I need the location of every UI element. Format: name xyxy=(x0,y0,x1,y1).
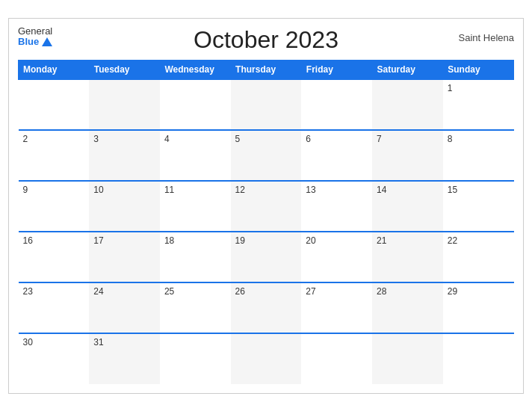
calendar-week-row: 16171819202122 xyxy=(19,232,514,282)
calendar-day-cell: 26 xyxy=(231,282,302,333)
header-thursday: Thursday xyxy=(231,60,302,79)
calendar-day-cell xyxy=(372,333,443,384)
day-number: 16 xyxy=(23,235,33,246)
calendar-week-row: 1 xyxy=(19,79,514,130)
calendar-day-cell: 19 xyxy=(231,232,302,282)
calendar-day-cell xyxy=(301,79,372,130)
day-number: 30 xyxy=(23,337,33,347)
calendar-day-cell: 24 xyxy=(89,282,160,333)
header-monday: Monday xyxy=(19,60,90,79)
day-number: 1 xyxy=(448,83,453,93)
calendar-day-cell xyxy=(231,79,302,130)
day-number: 15 xyxy=(448,185,457,195)
day-number: 18 xyxy=(164,235,174,246)
calendar-day-cell: 22 xyxy=(443,232,514,282)
calendar-week-row: 2345678 xyxy=(19,130,514,181)
calendar-day-cell: 27 xyxy=(301,282,372,333)
day-number: 4 xyxy=(164,134,170,144)
calendar-day-cell xyxy=(301,333,372,384)
day-number: 11 xyxy=(164,185,174,195)
calendar-thead: Monday Tuesday Wednesday Thursday Friday… xyxy=(19,60,514,79)
calendar-header: General Blue October 2023 Saint Helena xyxy=(18,26,514,54)
day-number: 12 xyxy=(235,185,245,195)
logo-blue-text: Blue xyxy=(18,37,52,47)
day-number: 22 xyxy=(448,235,457,246)
calendar-day-cell: 8 xyxy=(443,130,514,181)
calendar-day-cell: 25 xyxy=(160,282,231,333)
weekday-header-row: Monday Tuesday Wednesday Thursday Friday… xyxy=(19,60,514,79)
calendar-day-cell: 14 xyxy=(372,181,443,232)
day-number: 9 xyxy=(23,185,28,195)
day-number: 5 xyxy=(235,134,241,144)
region-label: Saint Helena xyxy=(459,32,514,43)
header-saturday: Saturday xyxy=(372,60,443,79)
calendar-day-cell: 13 xyxy=(301,181,372,232)
day-number: 7 xyxy=(377,134,382,144)
calendar-day-cell xyxy=(160,79,231,130)
day-number: 19 xyxy=(235,235,245,246)
calendar-week-row: 3031 xyxy=(19,333,514,384)
calendar-title: October 2023 xyxy=(194,26,338,54)
calendar-day-cell: 30 xyxy=(19,333,90,384)
calendar-day-cell: 18 xyxy=(160,232,231,282)
calendar-day-cell xyxy=(372,79,443,130)
calendar-day-cell: 6 xyxy=(301,130,372,181)
calendar-day-cell: 5 xyxy=(231,130,302,181)
calendar-day-cell: 31 xyxy=(89,333,160,384)
day-number: 17 xyxy=(93,235,103,246)
calendar-day-cell: 2 xyxy=(19,130,90,181)
calendar-body: 1234567891011121314151617181920212223242… xyxy=(19,79,514,384)
calendar-grid: Monday Tuesday Wednesday Thursday Friday… xyxy=(18,60,514,384)
calendar-day-cell xyxy=(443,333,514,384)
logo-triangle-icon xyxy=(42,37,52,46)
day-number: 6 xyxy=(306,134,311,144)
day-number: 13 xyxy=(306,185,315,195)
calendar-day-cell: 1 xyxy=(443,79,514,130)
calendar-day-cell: 10 xyxy=(89,181,160,232)
calendar-day-cell: 3 xyxy=(89,130,160,181)
calendar-week-row: 23242526272829 xyxy=(19,282,514,333)
day-number: 24 xyxy=(93,286,103,297)
day-number: 29 xyxy=(448,286,457,297)
day-number: 2 xyxy=(23,134,28,144)
day-number: 8 xyxy=(448,134,453,144)
day-number: 28 xyxy=(377,286,386,297)
day-number: 3 xyxy=(93,134,99,144)
day-number: 26 xyxy=(235,286,245,297)
calendar-day-cell: 17 xyxy=(89,232,160,282)
calendar-day-cell: 21 xyxy=(372,232,443,282)
header-wednesday: Wednesday xyxy=(160,60,231,79)
calendar-week-row: 9101112131415 xyxy=(19,181,514,232)
calendar-day-cell xyxy=(89,79,160,130)
day-number: 20 xyxy=(306,235,315,246)
calendar-day-cell: 29 xyxy=(443,282,514,333)
day-number: 31 xyxy=(93,337,103,347)
calendar-day-cell: 16 xyxy=(19,232,90,282)
calendar-day-cell: 12 xyxy=(231,181,302,232)
header-sunday: Sunday xyxy=(443,60,514,79)
calendar-day-cell xyxy=(160,333,231,384)
calendar-day-cell: 15 xyxy=(443,181,514,232)
calendar-day-cell: 20 xyxy=(301,232,372,282)
calendar-container: General Blue October 2023 Saint Helena M… xyxy=(8,18,524,394)
day-number: 21 xyxy=(377,235,386,246)
calendar-day-cell: 9 xyxy=(19,181,90,232)
logo: General Blue xyxy=(18,26,52,48)
calendar-day-cell xyxy=(231,333,302,384)
calendar-day-cell: 23 xyxy=(19,282,90,333)
day-number: 14 xyxy=(377,185,386,195)
day-number: 27 xyxy=(306,286,315,297)
logo-general-text: General xyxy=(18,26,52,37)
day-number: 25 xyxy=(164,286,174,297)
header-friday: Friday xyxy=(301,60,372,79)
calendar-day-cell xyxy=(19,79,90,130)
calendar-day-cell: 7 xyxy=(372,130,443,181)
day-number: 23 xyxy=(23,286,33,297)
header-tuesday: Tuesday xyxy=(89,60,160,79)
calendar-day-cell: 28 xyxy=(372,282,443,333)
day-number: 10 xyxy=(93,185,103,195)
calendar-day-cell: 11 xyxy=(160,181,231,232)
calendar-day-cell: 4 xyxy=(160,130,231,181)
